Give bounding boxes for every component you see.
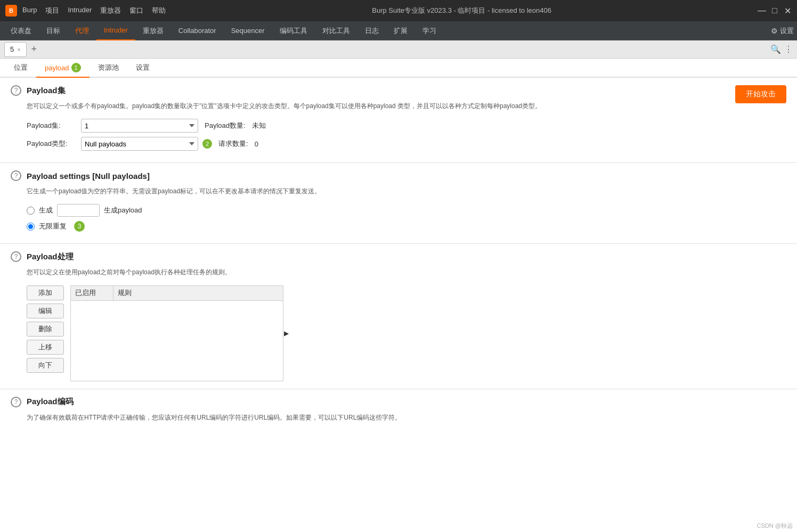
menu-intruder[interactable]: Intruder (68, 6, 92, 15)
payload-settings-help-icon[interactable]: ? (11, 170, 21, 181)
tab-position[interactable]: 位置 (5, 59, 36, 78)
generate-radio[interactable] (27, 207, 35, 215)
processing-table-body (71, 301, 283, 381)
payload-encoding-section: ? Payload编码 为了确保有效载荷在HTTP请求中正确传输，您应该对任何有… (0, 389, 797, 438)
rule-col-header: 规则 (113, 286, 283, 300)
infinite-badge: 3 (74, 221, 85, 232)
payload-set-row: Payload集: 1 Payload数量: 未知 (27, 119, 786, 133)
payload-set-select[interactable]: 1 (81, 119, 198, 133)
menu-repeater[interactable]: 重放器 (100, 6, 121, 15)
tab-search-area: 🔍 ⋮ (770, 44, 793, 54)
expand-table-button[interactable]: ▶ (282, 330, 290, 337)
payload-settings-section: ? Payload settings [Null payloads] 它生成一个… (0, 163, 797, 244)
payload-set-label: Payload集: (27, 121, 75, 130)
payload-encoding-desc: 为了确保有效载荷在HTTP请求中正确传输，您应该对任何有URL编码的字符进行UR… (27, 413, 786, 423)
nav-dashboard[interactable]: 仪表盘 (3, 21, 39, 40)
payload-settings-desc: 它生成一个payload值为空的字符串。无需设置payload标记，可以在不更改… (27, 186, 786, 197)
generate-suffix: 生成payload (104, 206, 142, 215)
maximize-button[interactable]: □ (770, 6, 779, 15)
nav-logger[interactable]: 日志 (357, 21, 386, 40)
payload-encoding-header: ? Payload编码 (11, 397, 786, 407)
edit-rule-button[interactable]: 编辑 (27, 304, 64, 318)
start-attack-button[interactable]: 开始攻击 (735, 85, 786, 103)
generate-radio-label: 生成 (39, 206, 53, 215)
move-down-button[interactable]: 向下 (27, 358, 64, 373)
window-controls: — □ ✕ (758, 6, 792, 15)
enabled-col-header: 已启用 (71, 286, 113, 300)
payload-type-row: Payload类型: Null payloads Simple list Run… (27, 137, 786, 151)
menu-project[interactable]: 项目 (45, 6, 59, 15)
processing-table: 已启用 规则 (70, 285, 283, 381)
menu-help[interactable]: 帮助 (152, 6, 166, 15)
payload-encoding-title: Payload编码 (27, 397, 74, 407)
sub-tab-bar: 位置 payload 1 资源池 设置 (0, 59, 797, 78)
menu-burp[interactable]: Burp (22, 6, 37, 15)
nav-proxy[interactable]: 代理 (68, 21, 96, 40)
menu-window[interactable]: 窗口 (129, 6, 143, 15)
payload-type-badge: 2 (202, 139, 212, 149)
content-area: ? Payload集 开始攻击 您可以定义一个或多个有payload集。payl… (0, 78, 797, 532)
tab-resource-pool[interactable]: 资源池 (90, 59, 127, 78)
nav-collaborator[interactable]: Collaborator (171, 21, 224, 40)
processing-table-wrapper: 已启用 规则 ▶ (70, 285, 283, 381)
tab-close-button[interactable]: × (17, 46, 20, 53)
watermark: CSDN @秋远 (757, 522, 793, 530)
tab-bar: 5 × + 🔍 ⋮ (0, 40, 797, 59)
tab-settings[interactable]: 设置 (127, 59, 158, 78)
settings-nav[interactable]: ⚙ 设置 (771, 26, 794, 36)
request-count-value: 0 (255, 140, 258, 148)
processing-buttons: 添加 编辑 删除 上移 向下 (27, 285, 64, 381)
delete-rule-button[interactable]: 删除 (27, 322, 64, 337)
move-up-button[interactable]: 上移 (27, 340, 64, 355)
infinite-radio-row: 无限重复 3 (27, 221, 786, 232)
nav-extensions[interactable]: 扩展 (386, 21, 415, 40)
payload-count-value: 未知 (252, 121, 266, 130)
payload-processing-header: ? Payload处理 (11, 251, 786, 262)
nav-compare[interactable]: 对比工具 (315, 21, 357, 40)
nav-learn[interactable]: 学习 (415, 21, 444, 40)
nav-repeater[interactable]: 重放器 (135, 21, 171, 40)
nav-encoding[interactable]: 编码工具 (272, 21, 315, 40)
payload-set-desc: 您可以定义一个或多个有payload集。payload集的数量取决于"位置"选项… (27, 101, 786, 111)
search-icon[interactable]: 🔍 (770, 44, 781, 54)
generate-count-input[interactable] (57, 204, 100, 217)
request-count-label: 请求数量: (218, 139, 248, 149)
payload-processing-help-icon[interactable]: ? (11, 251, 21, 262)
payload-type-select[interactable]: Null payloads Simple list Runtime file C… (81, 137, 198, 151)
tab-payload[interactable]: payload 1 (36, 59, 90, 78)
title-bar-menu: Burp 项目 Intruder 重放器 窗口 帮助 (22, 6, 166, 15)
nav-target[interactable]: 目标 (39, 21, 68, 40)
generate-radio-row: 生成 生成payload (27, 204, 786, 217)
minimize-button[interactable]: — (758, 6, 766, 15)
title-bar: B Burp 项目 Intruder 重放器 窗口 帮助 Burp Suite专… (0, 0, 797, 21)
payload-settings-header: ? Payload settings [Null payloads] (11, 170, 786, 181)
payload-processing-title: Payload处理 (27, 252, 74, 262)
tab-5[interactable]: 5 × (4, 42, 27, 57)
nav-sequencer[interactable]: Sequencer (224, 21, 272, 40)
close-button[interactable]: ✕ (783, 6, 792, 15)
nav-intruder[interactable]: Intruder (96, 21, 135, 40)
payload-set-section: ? Payload集 开始攻击 您可以定义一个或多个有payload集。payl… (0, 78, 797, 163)
payload-count-label: Payload数量: (205, 121, 246, 130)
payload-encoding-help-icon[interactable]: ? (11, 397, 21, 407)
tab-number: 5 (10, 45, 14, 53)
payload-set-header: ? Payload集 开始攻击 (11, 85, 786, 96)
app-logo: B (5, 5, 17, 17)
payload-settings-title: Payload settings [Null payloads] (27, 171, 150, 181)
more-options-icon[interactable]: ⋮ (784, 44, 793, 54)
infinite-radio-label: 无限重复 (39, 222, 67, 231)
app-title: Burp Suite专业版 v2023.3 - 临时项目 - licensed … (166, 6, 758, 15)
payload-processing-section: ? Payload处理 您可以定义在使用payload之前对每个payload执… (0, 244, 797, 389)
main-nav: 仪表盘 目标 代理 Intruder 重放器 Collaborator Sequ… (0, 21, 797, 40)
payload-processing-desc: 您可以定义在使用payload之前对每个payload执行各种处理任务的规则。 (27, 267, 786, 277)
processing-area: 添加 编辑 删除 上移 向下 已启用 规则 (27, 285, 786, 381)
payload-set-help-icon[interactable]: ? (11, 85, 21, 96)
payload-type-label: Payload类型: (27, 139, 75, 149)
add-rule-button[interactable]: 添加 (27, 285, 64, 300)
tab-add-button[interactable]: + (28, 43, 40, 56)
payload-tab-badge: 1 (71, 63, 81, 72)
payload-set-title: Payload集 (27, 86, 66, 96)
infinite-radio[interactable] (27, 223, 35, 231)
gear-icon: ⚙ (771, 27, 778, 35)
processing-table-header: 已启用 规则 (71, 286, 283, 301)
